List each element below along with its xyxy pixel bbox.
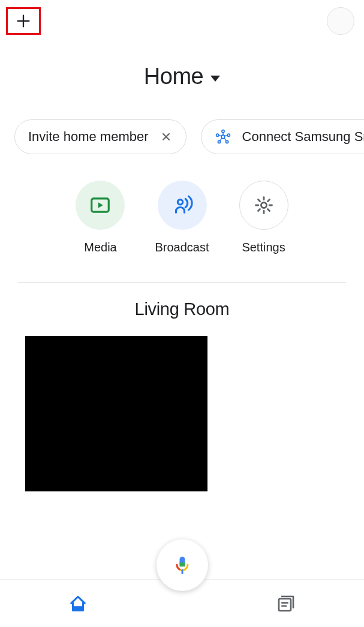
- nav-home[interactable]: [0, 593, 157, 614]
- svg-rect-17: [73, 606, 83, 610]
- action-media[interactable]: Media: [76, 181, 125, 254]
- action-circle: [158, 181, 207, 230]
- svg-line-8: [224, 138, 225, 141]
- action-settings[interactable]: Settings: [239, 181, 288, 254]
- smartthings-icon: [215, 128, 231, 145]
- chip-invite-member[interactable]: Invite home member: [14, 119, 186, 154]
- top-bar: [0, 0, 364, 35]
- add-button[interactable]: [14, 11, 33, 31]
- svg-point-5: [216, 134, 218, 136]
- svg-point-4: [218, 140, 220, 143]
- gear-icon: [254, 195, 274, 215]
- suggestion-chips: Invite home member Connect Samsung: [0, 119, 364, 154]
- home-icon: [68, 593, 88, 614]
- action-label: Broadcast: [155, 241, 209, 254]
- chip-label: Connect Samsung Sma: [242, 129, 364, 145]
- svg-point-12: [178, 200, 182, 205]
- svg-point-2: [227, 134, 230, 136]
- device-tile[interactable]: [25, 336, 207, 491]
- action-label: Settings: [242, 241, 285, 254]
- play-icon: [89, 194, 112, 217]
- home-selector[interactable]: Home: [0, 64, 364, 89]
- broadcast-icon: [170, 193, 195, 218]
- svg-line-10: [218, 136, 221, 136]
- divider: [18, 282, 346, 283]
- home-title: Home: [144, 64, 203, 89]
- microphone-icon: [172, 554, 193, 576]
- svg-line-9: [219, 138, 221, 141]
- add-button-highlight: [6, 7, 41, 35]
- voice-assistant-button[interactable]: [157, 539, 208, 591]
- nav-feed[interactable]: [208, 594, 365, 613]
- svg-point-3: [225, 140, 228, 143]
- action-circle: [239, 181, 288, 230]
- action-broadcast[interactable]: Broadcast: [155, 181, 209, 254]
- chip-connect-samsung[interactable]: Connect Samsung Sma: [201, 119, 364, 154]
- chevron-down-icon: [210, 76, 220, 82]
- svg-rect-18: [279, 599, 291, 611]
- action-circle: [76, 181, 125, 230]
- plus-icon: [15, 13, 32, 29]
- svg-point-1: [221, 130, 224, 133]
- action-label: Media: [84, 241, 116, 254]
- svg-line-7: [224, 136, 227, 136]
- svg-point-13: [261, 202, 266, 208]
- room-title: Living Room: [0, 299, 364, 319]
- svg-rect-15: [179, 563, 185, 567]
- close-icon[interactable]: [160, 130, 173, 143]
- chip-label: Invite home member: [28, 129, 149, 145]
- account-avatar[interactable]: [327, 7, 354, 35]
- feed-icon: [276, 594, 296, 613]
- quick-actions: Media Broadcast Settings: [0, 181, 364, 254]
